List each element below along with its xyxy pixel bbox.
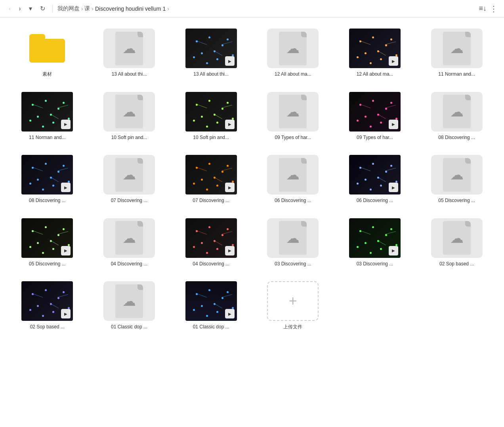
video-thumb: ▶: [21, 92, 73, 132]
file-item[interactable]: ☁ 11 Norman and...: [419, 25, 494, 81]
breadcrumb-current: Discovering houdini vellum 1: [95, 6, 166, 12]
file-label: 上传文件: [283, 324, 302, 330]
file-item[interactable]: ☁ 12 All about ma...: [255, 25, 331, 81]
file-item[interactable]: + 上传文件: [255, 278, 331, 334]
file-label: 11 Norman and...: [29, 135, 66, 141]
file-label: 05 Discovering ...: [438, 198, 475, 204]
file-item[interactable]: ▶ 12 All about ma...: [337, 25, 413, 81]
breadcrumb-level1[interactable]: 课: [84, 5, 90, 12]
file-item[interactable]: ▶ 01 Classic dop ...: [173, 278, 249, 334]
file-item[interactable]: ▶ 09 Types of har...: [337, 89, 413, 144]
upload-thumb[interactable]: +: [267, 281, 319, 321]
cloud-icon: ☁: [122, 104, 136, 120]
file-item[interactable]: ▶ 11 Norman and...: [10, 89, 85, 144]
play-badge: ▶: [225, 183, 235, 192]
cloud-thumb: ☁: [103, 92, 155, 132]
file-label: 02 Sop based ...: [439, 261, 474, 267]
file-item[interactable]: 素材: [10, 25, 85, 81]
file-label: 05 Discovering ...: [29, 261, 66, 267]
play-badge: ▶: [61, 309, 71, 318]
file-label: 13 All about thi...: [112, 71, 147, 78]
cloud-icon: ☁: [122, 40, 136, 56]
cloud-file-icon: ☁: [277, 157, 309, 193]
file-item[interactable]: ☁ 05 Discovering ...: [419, 152, 494, 207]
top-navigation: ‹ › ▾ ↻ 我的网盘 › 课 › Discovering houdini v…: [0, 0, 504, 17]
file-item[interactable]: ▶ 08 Discovering ...: [10, 152, 85, 207]
cloud-thumb: ☁: [103, 281, 155, 321]
upload-plus-icon: +: [289, 294, 297, 308]
file-item[interactable]: ▶ 05 Discovering ...: [10, 215, 85, 271]
file-label: 09 Types of har...: [357, 135, 393, 141]
play-badge: ▶: [61, 120, 71, 129]
dropdown-button[interactable]: ▾: [27, 4, 34, 13]
refresh-button[interactable]: ↻: [38, 4, 48, 13]
cloud-file-icon: ☁: [277, 220, 309, 256]
play-badge: ▶: [389, 183, 398, 192]
file-item[interactable]: ☁ 09 Types of har...: [255, 89, 331, 144]
file-item[interactable]: ▶ 03 Discovering ...: [337, 215, 413, 271]
cloud-icon: ☁: [286, 167, 300, 183]
cloud-thumb: ☁: [103, 218, 155, 258]
cloud-thumb: ☁: [267, 29, 319, 68]
file-label: 12 All about ma...: [357, 71, 393, 78]
file-item[interactable]: ▶ 07 Discovering ...: [173, 152, 249, 207]
file-item[interactable]: ☁ 02 Sop based ...: [419, 215, 494, 271]
play-badge: ▶: [61, 246, 71, 255]
file-item[interactable]: ☁ 07 Discovering ...: [92, 152, 167, 207]
cloud-thumb: ☁: [431, 92, 483, 132]
cloud-file-icon: ☁: [441, 220, 473, 256]
cloud-icon: ☁: [450, 104, 464, 120]
breadcrumb-sep-1: ›: [81, 6, 83, 12]
file-item[interactable]: ▶ 13 All about thi...: [173, 25, 249, 81]
file-label: 04 Discovering ...: [111, 261, 148, 267]
cloud-thumb: ☁: [431, 155, 483, 194]
cloud-thumb: ☁: [267, 92, 319, 132]
file-item[interactable]: ▶ 10 Soft pin and...: [173, 89, 249, 144]
play-badge: ▶: [225, 120, 235, 129]
breadcrumb-sep-3: ›: [167, 6, 169, 12]
video-thumb: ▶: [21, 218, 73, 258]
file-item[interactable]: ☁ 06 Discovering ...: [255, 152, 331, 207]
file-item[interactable]: ▶ 04 Discovering ...: [173, 215, 249, 271]
file-item[interactable]: ☁ 01 Classic dop ...: [92, 278, 167, 334]
view-mode-icon[interactable]: ≡↓: [479, 4, 487, 13]
file-item[interactable]: ☁ 13 All about thi...: [92, 25, 167, 81]
file-label: 03 Discovering ...: [357, 261, 393, 267]
play-badge: ▶: [225, 246, 235, 255]
cloud-icon: ☁: [450, 230, 464, 246]
file-label: 07 Discovering ...: [111, 198, 148, 204]
video-thumb: ▶: [349, 29, 401, 68]
file-label: 01 Classic dop ...: [111, 324, 147, 330]
cloud-icon: ☁: [450, 40, 464, 56]
cloud-icon: ☁: [286, 230, 300, 246]
file-item[interactable]: ☁ 08 Discovering ...: [419, 89, 494, 144]
more-options-icon[interactable]: ⋮: [490, 4, 498, 13]
file-label: 01 Classic dop ...: [193, 324, 229, 330]
file-item[interactable]: ☁ 04 Discovering ...: [92, 215, 167, 271]
content-area: 素材 ☁ 13 All about thi... ▶ 13 All about …: [0, 17, 504, 341]
cloud-file-icon: ☁: [113, 283, 145, 319]
cloud-thumb: ☁: [431, 218, 483, 258]
back-button[interactable]: ‹: [6, 4, 13, 13]
cloud-file-icon: ☁: [277, 94, 309, 130]
forward-button[interactable]: ›: [16, 4, 23, 13]
play-badge: ▶: [225, 309, 235, 318]
file-item[interactable]: ☁ 03 Discovering ...: [255, 215, 331, 271]
video-thumb: ▶: [21, 281, 73, 321]
file-item[interactable]: ☁ 10 Soft pin and...: [92, 89, 167, 144]
cloud-thumb: ☁: [267, 155, 319, 194]
cloud-thumb: ☁: [103, 155, 155, 194]
file-label: 06 Discovering ...: [275, 198, 311, 204]
play-badge: ▶: [389, 56, 398, 66]
file-label: 02 Sop based ...: [30, 324, 65, 330]
breadcrumb-home[interactable]: 我的网盘: [57, 5, 80, 12]
cloud-file-icon: ☁: [113, 157, 145, 193]
file-item[interactable]: ▶ 06 Discovering ...: [337, 152, 413, 207]
video-thumb: ▶: [349, 155, 401, 194]
file-label: 08 Discovering ...: [438, 135, 475, 141]
video-thumb: ▶: [185, 155, 237, 194]
video-thumb: ▶: [21, 155, 73, 194]
file-label: 素材: [42, 71, 52, 78]
video-thumb: ▶: [349, 218, 401, 258]
file-item[interactable]: ▶ 02 Sop based ...: [10, 278, 85, 334]
